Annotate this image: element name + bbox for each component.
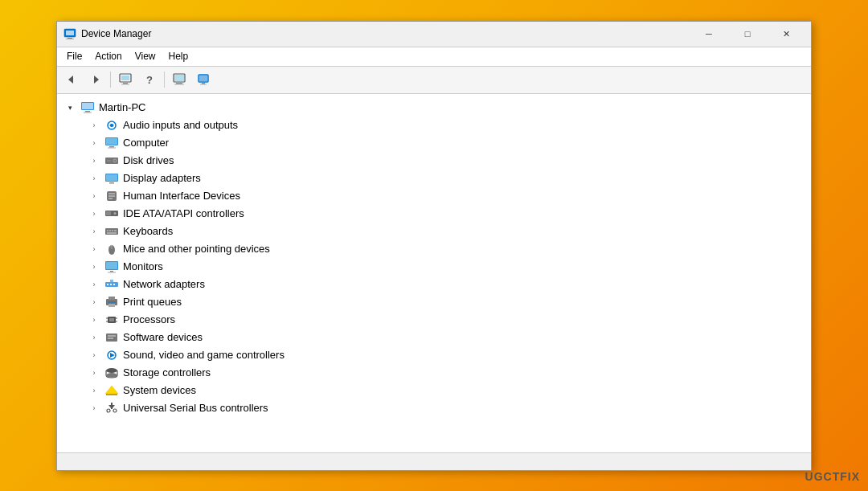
help-button[interactable]: ? [138, 69, 161, 90]
menu-view[interactable]: View [129, 49, 162, 63]
menu-help[interactable]: Help [162, 49, 195, 63]
svg-point-23 [110, 124, 113, 127]
root-expand-icon[interactable]: ▾ [63, 101, 76, 114]
device-label: Keyboards [123, 225, 173, 237]
toolbar: ? [57, 67, 811, 94]
svg-rect-60 [108, 297, 115, 300]
svg-rect-53 [108, 272, 116, 272]
expand-icon[interactable]: › [88, 366, 100, 379]
maximize-button[interactable]: □ [729, 23, 766, 45]
device-icon [104, 119, 120, 132]
svg-rect-75 [106, 394, 117, 395]
forward-button[interactable] [84, 69, 107, 90]
tree-item[interactable]: ›Network adapters [57, 276, 811, 293]
tree-item[interactable]: ›Universal Serial Bus controllers [57, 399, 811, 417]
device-icon [104, 366, 120, 379]
expand-icon[interactable]: › [88, 190, 100, 203]
svg-rect-42 [107, 230, 108, 231]
device-icon [104, 172, 120, 185]
expand-icon[interactable]: › [88, 172, 100, 185]
device-icon [104, 207, 120, 220]
svg-rect-19 [82, 103, 93, 109]
monitor-button[interactable] [192, 69, 215, 90]
menu-file[interactable]: File [60, 49, 88, 63]
svg-rect-51 [106, 262, 117, 269]
svg-rect-64 [109, 318, 114, 321]
svg-rect-9 [121, 84, 129, 85]
expand-icon[interactable]: › [88, 243, 100, 256]
tree-root-item[interactable]: ▾ Martin-PC [57, 99, 811, 117]
device-label: Audio inputs and outputs [123, 119, 238, 131]
tree-item[interactable]: ›System devices [57, 382, 811, 399]
svg-rect-27 [108, 147, 116, 148]
svg-rect-70 [108, 335, 116, 337]
expand-icon[interactable]: › [88, 313, 100, 326]
tree-item[interactable]: ›Monitors [57, 258, 811, 276]
root-label: Martin-PC [99, 101, 146, 113]
expand-icon[interactable]: › [88, 349, 100, 362]
properties-button[interactable] [114, 69, 137, 90]
device-icon [104, 137, 120, 149]
tree-item[interactable]: ›Sound, video and game controllers [57, 346, 811, 364]
expand-icon[interactable]: › [88, 402, 100, 415]
device-label: Processors [123, 313, 175, 325]
device-icon [104, 190, 120, 203]
tree-item[interactable]: ›Storage controllers [57, 364, 811, 382]
minimize-button[interactable]: ─ [690, 23, 727, 45]
device-view-button[interactable] [168, 69, 190, 90]
expand-icon[interactable]: › [88, 331, 100, 344]
svg-rect-1 [66, 31, 74, 35]
expand-icon[interactable]: › [88, 384, 100, 397]
device-label: Software devices [123, 331, 203, 343]
tree-container: ▾ Martin-PC ›Audio inputs and outputs›Co… [57, 97, 811, 419]
tree-item[interactable]: ›Mice and other pointing devices [57, 240, 811, 258]
svg-rect-39 [106, 211, 111, 215]
svg-rect-37 [108, 198, 113, 199]
device-label: Human Interface Devices [123, 190, 240, 202]
svg-marker-77 [108, 405, 115, 409]
tree-item[interactable]: ›Computer [57, 134, 811, 152]
app-icon [63, 27, 76, 40]
menu-action[interactable]: Action [88, 49, 128, 63]
expand-icon[interactable]: › [88, 137, 100, 149]
tree-item[interactable]: ›Print queues [57, 293, 811, 311]
tree-item[interactable]: ›Disk drives [57, 152, 811, 170]
svg-marker-4 [68, 76, 73, 84]
device-label: System devices [123, 384, 196, 396]
tree-item[interactable]: ›Processors [57, 311, 811, 329]
expand-icon[interactable]: › [88, 154, 100, 167]
svg-rect-57 [113, 284, 115, 285]
window-title: Device Manager [81, 28, 690, 39]
device-label: Display adapters [123, 172, 201, 184]
svg-rect-44 [112, 230, 113, 231]
device-icon [104, 349, 120, 362]
tree-item[interactable]: ›Human Interface Devices [57, 187, 811, 205]
back-button[interactable] [60, 69, 83, 90]
expand-icon[interactable]: › [88, 225, 100, 238]
expand-icon[interactable]: › [88, 296, 100, 309]
close-button[interactable]: ✕ [768, 23, 805, 45]
tree-children: ›Audio inputs and outputs›Computer›Disk … [57, 117, 811, 417]
svg-rect-20 [85, 111, 90, 113]
tree-item[interactable]: ›IDE ATA/ATAPI controllers [57, 205, 811, 223]
tree-item[interactable]: ›Software devices [57, 329, 811, 346]
svg-rect-32 [106, 174, 117, 181]
titlebar: Device Manager ─ □ ✕ [57, 22, 811, 47]
tree-item[interactable]: ›Display adapters [57, 170, 811, 187]
tree-item[interactable]: ›Audio inputs and outputs [57, 117, 811, 134]
expand-icon[interactable]: › [88, 260, 100, 273]
root-computer-icon [80, 101, 96, 114]
device-icon [104, 296, 120, 309]
svg-rect-26 [109, 146, 114, 148]
device-label: Monitors [123, 260, 163, 272]
svg-rect-12 [176, 83, 182, 84]
expand-icon[interactable]: › [88, 278, 100, 291]
separator-1 [110, 72, 111, 88]
expand-icon[interactable]: › [88, 207, 100, 220]
separator-2 [164, 72, 165, 88]
svg-rect-46 [107, 232, 117, 234]
tree-item[interactable]: ›Keyboards [57, 223, 811, 240]
window-controls: ─ □ ✕ [690, 23, 805, 45]
menubar: File Action View Help [57, 47, 811, 67]
expand-icon[interactable]: › [88, 119, 100, 132]
